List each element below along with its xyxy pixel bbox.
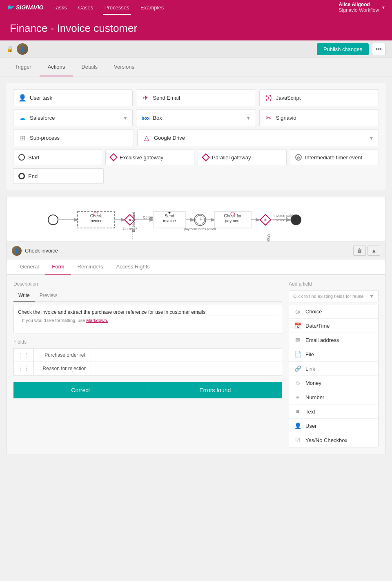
check-invoice-panel: 👤 Check invoice 🗑 ▲ General Form Reminde… — [7, 242, 385, 454]
fields-label: Fields — [13, 339, 282, 345]
process-diagram: Check Invoice × Correct? Correct Send in… — [7, 197, 385, 242]
user-label: User — [305, 423, 316, 429]
write-tab[interactable]: Write — [13, 290, 35, 302]
field-input-1[interactable] — [91, 349, 282, 362]
email-label: Email address — [305, 337, 339, 343]
drag-handle-2[interactable]: ⋮⋮ — [14, 362, 34, 375]
svg-text:×: × — [264, 217, 267, 222]
text-icon: ≡ — [294, 408, 301, 415]
datetime-icon: 📅 — [294, 322, 301, 329]
field-search[interactable]: Click to find existing fields for reuse … — [289, 290, 379, 302]
tab-actions[interactable]: Actions — [40, 58, 74, 76]
signavio-label: Signavio — [276, 115, 374, 121]
choice-label: Choice — [305, 308, 322, 315]
action-exclusive-gateway[interactable]: Exclusive gateway — [105, 150, 194, 165]
field-type-datetime[interactable]: 📅 Date/Time — [289, 319, 378, 333]
nav-cases[interactable]: Cases — [76, 1, 95, 14]
field-type-user[interactable]: 👤 User — [289, 419, 378, 433]
drag-handle-1[interactable]: ⋮⋮ — [14, 349, 34, 362]
user-area[interactable]: Alice Allgood Signavio Workflow ▼ — [339, 2, 385, 13]
send-email-icon: ✈ — [141, 94, 149, 102]
svg-text:Errors found: Errors found — [131, 212, 136, 232]
form-tab-form[interactable]: Form — [45, 259, 71, 275]
action-salesforce[interactable]: ☁ Salesforce ▼ — [13, 109, 133, 126]
svg-text:Unpaid: Unpaid — [267, 234, 271, 242]
field-type-money[interactable]: ◇ Money — [289, 376, 378, 390]
form-tab-reminders[interactable]: Reminders — [71, 259, 110, 275]
field-type-yesno[interactable]: ☑ Yes/No Checkbox — [289, 433, 378, 447]
field-type-text[interactable]: ≡ Text — [289, 404, 378, 419]
parallel-gateway-label: Parallel gateway — [212, 154, 251, 161]
timer-icon: ⊙ — [295, 154, 302, 161]
form-buttons: Correct Errors found — [13, 382, 282, 398]
user-name: Alice Allgood — [339, 2, 379, 7]
action-javascript[interactable]: ⟨/⟩ JavaScript — [259, 89, 379, 106]
end-label: End — [28, 173, 38, 179]
action-timer-event[interactable]: ⊙ Intermediate timer event — [290, 150, 379, 165]
errors-button[interactable]: Errors found — [148, 382, 283, 398]
svg-text:Invoice: Invoice — [89, 219, 102, 223]
avatar: 👤 — [17, 43, 28, 55]
action-box[interactable]: box Box ▼ — [136, 109, 256, 126]
box-label: Box — [153, 115, 243, 121]
svg-text:payment terms period: payment terms period — [184, 227, 216, 231]
action-sub-process[interactable]: ⊞ Sub-process — [13, 130, 134, 146]
number-icon: ≡ — [294, 394, 301, 400]
action-end[interactable]: End — [13, 168, 104, 184]
timer-label: Intermediate timer event — [305, 154, 362, 161]
action-send-email[interactable]: ✈ Send Email — [136, 89, 256, 106]
collapse-button[interactable]: ▲ — [368, 246, 380, 256]
form-content: Description Write Preview Check the invo… — [7, 275, 385, 454]
tab-versions[interactable]: Versions — [106, 58, 143, 76]
publish-button[interactable]: Publish changes — [317, 43, 369, 55]
action-signavio[interactable]: ✂ Signavio — [259, 109, 379, 126]
form-main: Description Write Preview Check the invo… — [13, 281, 282, 447]
yesno-label: Yes/No Checkbox — [305, 437, 347, 443]
send-email-label: Send Email — [153, 95, 250, 101]
nav-tasks[interactable]: Tasks — [51, 1, 68, 14]
field-type-choice[interactable]: ◎ Choice — [289, 304, 378, 319]
field-type-file[interactable]: 📄 File — [289, 347, 378, 362]
action-parallel-gateway[interactable]: Parallel gateway — [198, 150, 287, 165]
action-start[interactable]: Start — [13, 150, 102, 165]
delete-button[interactable]: 🗑 — [353, 246, 366, 256]
actions-panel: 👤 User task ✈ Send Email ⟨/⟩ JavaScript … — [7, 83, 385, 190]
tab-details[interactable]: Details — [73, 58, 106, 76]
preview-tab[interactable]: Preview — [35, 290, 62, 302]
form-tab-access-rights[interactable]: Access Rights — [109, 259, 156, 275]
field-name-2: Reason for rejection — [34, 362, 91, 375]
user-sub: Signavio Workflow — [339, 7, 379, 13]
description-area: Check the invoice and extract the purcha… — [13, 305, 282, 333]
main-tabs: Trigger Actions Details Versions — [0, 58, 392, 76]
table-row: ⋮⋮ Reason for rejection — [14, 362, 282, 375]
field-type-number[interactable]: ≡ Number — [289, 390, 378, 404]
panel-avatar: 👤 — [12, 246, 22, 256]
field-type-email[interactable]: ✉ Email address — [289, 333, 378, 347]
more-button[interactable]: ••• — [372, 43, 385, 55]
markdown-link[interactable]: Markdown. — [86, 318, 108, 323]
field-search-placeholder: Click to find existing fields for reuse — [293, 294, 363, 299]
fields-table: ⋮⋮ Purchase order ref. ⋮⋮ Reason for rej… — [13, 348, 282, 375]
parallel-gateway-icon — [202, 153, 210, 161]
money-label: Money — [305, 380, 321, 386]
nav-processes[interactable]: Processes — [103, 1, 131, 15]
field-types-list: ◎ Choice 📅 Date/Time ✉ Email address 📄 F… — [289, 304, 379, 447]
tab-trigger[interactable]: Trigger — [7, 58, 40, 76]
form-tab-general[interactable]: General — [13, 259, 45, 275]
svg-point-33 — [291, 215, 301, 225]
page-title: Finance - Invoice customer — [10, 22, 382, 35]
sub-process-icon: ⊞ — [18, 134, 27, 142]
svg-text:payment: payment — [225, 219, 241, 223]
javascript-label: JavaScript — [276, 95, 374, 101]
nav-examples[interactable]: Examples — [139, 1, 165, 14]
form-tabs: General Form Reminders Access Rights — [7, 259, 385, 275]
user-task-icon: 👤 — [18, 94, 27, 102]
correct-button[interactable]: Correct — [13, 382, 148, 398]
yesno-icon: ☑ — [294, 437, 301, 443]
action-google-drive[interactable]: △ Google Drive ▼ — [137, 130, 379, 146]
action-user-task[interactable]: 👤 User task — [13, 89, 133, 106]
field-input-2[interactable] — [91, 362, 282, 375]
end-icon — [18, 173, 25, 179]
field-type-link[interactable]: 🔗 Link — [289, 362, 378, 376]
exclusive-gateway-label: Exclusive gateway — [120, 154, 163, 161]
